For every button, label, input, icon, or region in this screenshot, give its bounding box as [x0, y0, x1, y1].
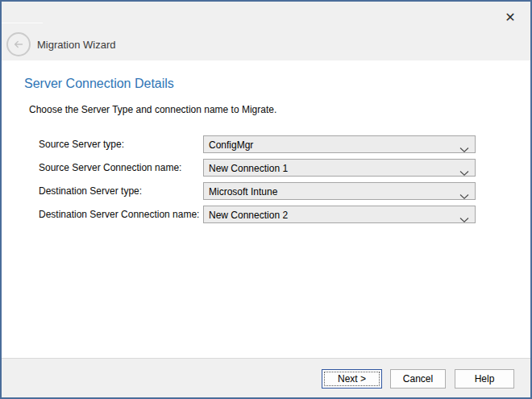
- form-row: Source Server type: ConfigMgr: [2, 135, 530, 153]
- selected-value: New Connection 1: [209, 163, 288, 174]
- selected-value: New Connection 2: [209, 210, 288, 221]
- next-button[interactable]: Next >: [322, 369, 382, 389]
- chevron-down-icon: [459, 142, 469, 148]
- source-server-connection-name-select[interactable]: New Connection 1: [203, 159, 476, 177]
- selected-value: Microsoft Intune: [209, 186, 277, 197]
- destination-server-connection-name-select[interactable]: New Connection 2: [203, 206, 476, 223]
- form-row: Source Server Connection name: New Conne…: [2, 159, 530, 177]
- destination-server-type-select[interactable]: Microsoft Intune: [203, 182, 476, 200]
- back-button[interactable]: [6, 32, 31, 56]
- wizard-footer: Next > Cancel Help: [2, 358, 530, 397]
- chevron-down-icon: [459, 165, 469, 172]
- wizard-header: ✕ Migration Wizard: [2, 2, 530, 60]
- source-server-type-label: Source Server type:: [39, 139, 124, 150]
- page-title: Server Connection Details: [24, 77, 174, 91]
- form-row: Destination Server Connection name: New …: [2, 206, 530, 223]
- page-description: Choose the Server Type and connection na…: [29, 104, 276, 115]
- selected-value: ConfigMgr: [209, 139, 253, 151]
- destination-server-connection-name-label: Destination Server Connection name:: [39, 209, 199, 220]
- chevron-down-icon: [459, 212, 469, 218]
- wizard-page: Server Connection Details Choose the Ser…: [2, 60, 530, 358]
- source-server-type-select[interactable]: ConfigMgr: [203, 135, 476, 153]
- migration-wizard-window: ✕ Migration Wizard Server Connection Det…: [0, 0, 532, 399]
- chevron-down-icon: [459, 189, 469, 195]
- close-icon[interactable]: ✕: [498, 6, 522, 28]
- titlebar-divider: [2, 23, 43, 23]
- help-button[interactable]: Help: [455, 369, 514, 389]
- arrow-left-icon: [12, 38, 25, 51]
- source-server-connection-name-label: Source Server Connection name:: [39, 162, 181, 173]
- wizard-title: Migration Wizard: [37, 39, 116, 51]
- cancel-button[interactable]: Cancel: [390, 369, 446, 389]
- destination-server-type-label: Destination Server type:: [39, 185, 142, 197]
- form-row: Destination Server type: Microsoft Intun…: [2, 182, 530, 200]
